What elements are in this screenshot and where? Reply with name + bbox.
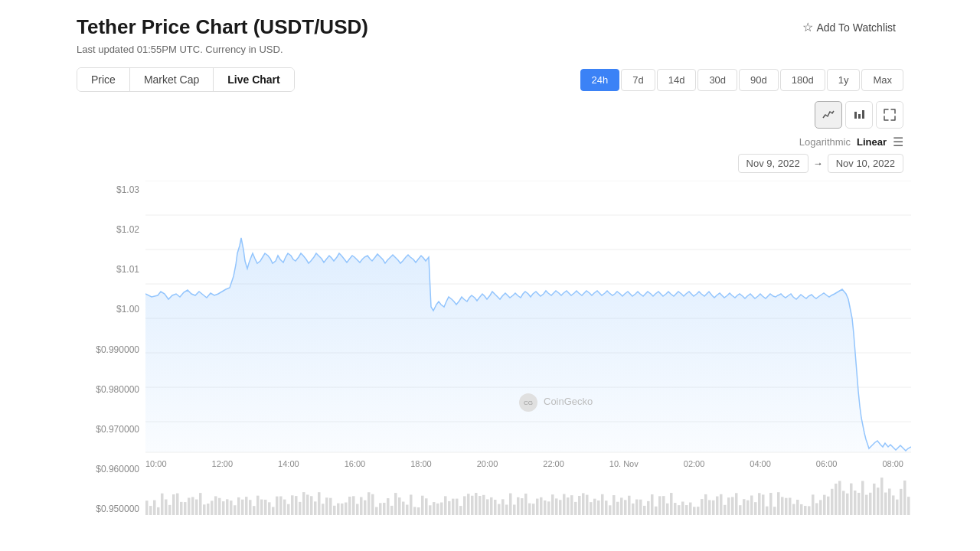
svg-rect-184 — [792, 504, 795, 515]
date-to[interactable]: Nov 10, 2022 — [828, 154, 903, 173]
svg-rect-104 — [486, 499, 489, 515]
svg-rect-118 — [540, 497, 543, 515]
svg-rect-107 — [498, 504, 501, 515]
time-14d[interactable]: 14d — [657, 69, 697, 91]
svg-rect-108 — [501, 499, 505, 515]
svg-rect-172 — [746, 500, 750, 515]
svg-rect-105 — [490, 497, 493, 515]
svg-rect-57 — [306, 494, 309, 515]
svg-rect-167 — [727, 497, 730, 515]
svg-rect-157 — [689, 503, 692, 515]
svg-rect-2 — [862, 110, 864, 119]
svg-rect-60 — [318, 492, 321, 515]
x-label-9: 04:00 — [750, 459, 771, 468]
time-24h[interactable]: 24h — [580, 69, 620, 91]
svg-rect-162 — [708, 500, 711, 515]
svg-rect-110 — [509, 494, 512, 515]
svg-rect-94 — [448, 501, 451, 515]
svg-rect-203 — [865, 495, 868, 515]
svg-rect-81 — [398, 497, 401, 515]
svg-rect-32 — [211, 500, 214, 515]
svg-rect-99 — [467, 494, 470, 515]
time-7d[interactable]: 7d — [621, 69, 655, 91]
y-label-6: $0.980000 — [77, 384, 145, 395]
svg-rect-66 — [341, 504, 344, 515]
x-label-5: 20:00 — [477, 459, 498, 468]
svg-rect-93 — [444, 496, 447, 515]
svg-rect-49 — [276, 497, 279, 515]
svg-rect-45 — [260, 500, 263, 515]
tab-price[interactable]: Price — [77, 68, 130, 91]
svg-rect-37 — [230, 500, 233, 515]
svg-text:CoinGecko: CoinGecko — [544, 396, 593, 407]
fullscreen-button[interactable] — [876, 101, 903, 129]
svg-rect-96 — [456, 499, 459, 515]
linear-scale[interactable]: Linear — [857, 136, 887, 148]
svg-rect-62 — [325, 497, 328, 515]
svg-rect-188 — [808, 506, 811, 515]
svg-rect-143 — [635, 500, 639, 515]
svg-rect-79 — [390, 506, 394, 515]
tab-marketcap[interactable]: Market Cap — [130, 68, 214, 91]
svg-rect-171 — [743, 499, 746, 515]
svg-rect-193 — [827, 497, 830, 515]
svg-rect-192 — [823, 495, 826, 515]
svg-rect-132 — [593, 499, 596, 515]
svg-text:CG: CG — [524, 399, 533, 406]
time-30d[interactable]: 30d — [697, 69, 737, 91]
svg-rect-146 — [647, 501, 650, 515]
svg-rect-194 — [831, 489, 834, 515]
svg-rect-204 — [869, 493, 872, 515]
y-label-5: $0.990000 — [77, 344, 145, 355]
svg-rect-144 — [639, 500, 642, 515]
svg-rect-75 — [375, 507, 378, 515]
svg-rect-101 — [475, 493, 478, 515]
svg-rect-152 — [670, 493, 673, 515]
svg-rect-134 — [601, 494, 604, 515]
y-label-9: $0.950000 — [77, 504, 145, 514]
bar-chart-button[interactable] — [845, 101, 873, 129]
watchlist-button[interactable]: ☆ Add To Watchlist — [795, 15, 904, 39]
svg-rect-84 — [410, 494, 413, 515]
svg-rect-16 — [149, 506, 152, 515]
page-title: Tether Price Chart (USDT/USD) — [77, 15, 368, 39]
svg-rect-70 — [356, 504, 359, 515]
svg-rect-109 — [505, 504, 508, 515]
menu-icon[interactable]: ☰ — [893, 135, 903, 149]
svg-rect-124 — [563, 494, 566, 515]
svg-rect-156 — [685, 505, 688, 515]
date-from[interactable]: Nov 9, 2022 — [738, 154, 808, 173]
svg-rect-168 — [731, 497, 734, 515]
svg-rect-77 — [383, 503, 386, 515]
line-chart-button[interactable] — [815, 101, 842, 129]
tab-livechart[interactable]: Live Chart — [214, 68, 293, 91]
svg-rect-163 — [712, 500, 715, 515]
svg-rect-83 — [406, 505, 409, 515]
svg-rect-78 — [387, 498, 390, 515]
svg-rect-69 — [352, 496, 355, 515]
svg-rect-212 — [900, 489, 903, 515]
y-label-4: $1.00 — [77, 304, 145, 315]
svg-rect-61 — [322, 504, 325, 515]
svg-rect-15 — [145, 500, 149, 515]
svg-rect-34 — [218, 498, 221, 515]
y-label-2: $1.02 — [77, 224, 145, 235]
x-label-7: 10. Nov — [609, 459, 639, 468]
time-180d[interactable]: 180d — [780, 69, 825, 91]
logarithmic-scale[interactable]: Logarithmic — [799, 136, 851, 148]
svg-rect-128 — [578, 496, 581, 515]
svg-rect-28 — [195, 500, 198, 515]
svg-rect-43 — [253, 506, 256, 515]
svg-rect-149 — [658, 496, 662, 515]
time-90d[interactable]: 90d — [739, 69, 779, 91]
svg-rect-26 — [188, 497, 191, 515]
svg-rect-64 — [333, 506, 336, 515]
time-1y[interactable]: 1y — [827, 69, 861, 91]
subtitle: Last updated 01:55PM UTC. Currency in US… — [77, 44, 368, 55]
svg-rect-51 — [283, 500, 286, 515]
svg-rect-33 — [214, 496, 217, 515]
svg-rect-41 — [245, 497, 248, 515]
svg-rect-121 — [551, 494, 554, 515]
svg-rect-158 — [693, 507, 696, 515]
time-max[interactable]: Max — [861, 69, 903, 91]
